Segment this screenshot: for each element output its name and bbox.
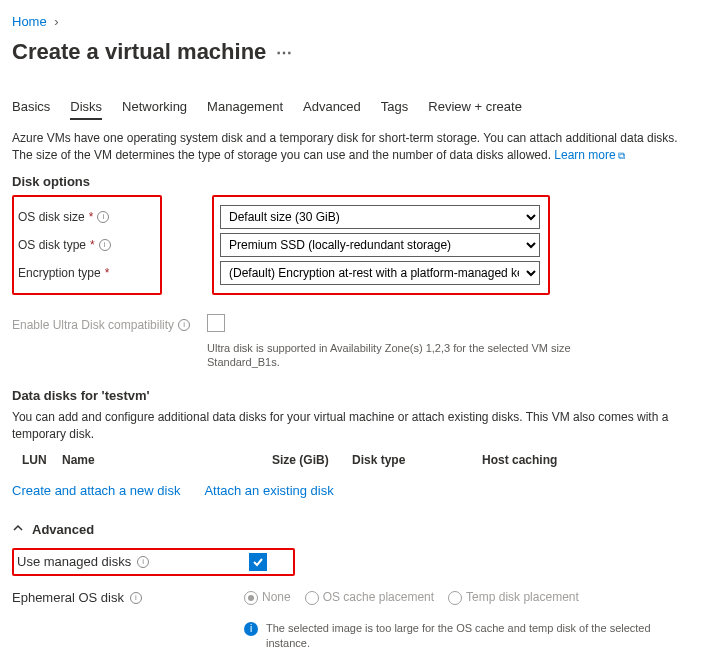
tab-advanced[interactable]: Advanced: [303, 95, 361, 120]
ultra-disk-hint: Ultra disk is supported in Availability …: [207, 341, 627, 371]
info-icon: i: [244, 622, 258, 636]
os-disk-size-select[interactable]: Default size (30 GiB): [220, 205, 540, 229]
use-managed-disks-label: Use managed disks: [17, 554, 131, 569]
tab-disks[interactable]: Disks: [70, 95, 102, 120]
radio-none[interactable]: None: [244, 590, 291, 605]
use-managed-disks-checkbox[interactable]: [249, 553, 267, 571]
data-disks-table-header: LUN Name Size (GiB) Disk type Host cachi…: [12, 447, 698, 473]
data-disks-heading: Data disks for 'testvm': [12, 388, 698, 403]
data-disks-desc: You can add and configure additional dat…: [12, 409, 698, 443]
learn-more-link[interactable]: Learn more⧉: [554, 148, 624, 162]
os-disk-type-label: OS disk type: [18, 238, 86, 252]
highlight-managed-disks: Use managed disks i: [12, 548, 295, 576]
info-icon[interactable]: i: [130, 592, 142, 604]
advanced-toggle[interactable]: Advanced: [12, 518, 698, 541]
tab-networking[interactable]: Networking: [122, 95, 187, 120]
chevron-up-icon: [12, 522, 24, 537]
required-asterisk: *: [105, 266, 110, 280]
ephemeral-radio-group: None OS cache placement Temp disk placem…: [244, 590, 579, 605]
disk-options-heading: Disk options: [12, 174, 698, 189]
create-disk-link[interactable]: Create and attach a new disk: [12, 483, 180, 498]
breadcrumb: Home ›: [12, 10, 698, 33]
external-link-icon: ⧉: [618, 150, 625, 161]
col-size: Size (GiB): [272, 453, 352, 467]
ephemeral-os-disk-label: Ephemeral OS disk: [12, 590, 124, 605]
tabs: Basics Disks Networking Management Advan…: [12, 95, 698, 120]
encryption-type-select[interactable]: (Default) Encryption at-rest with a plat…: [220, 261, 540, 285]
required-asterisk: *: [89, 210, 94, 224]
info-icon[interactable]: i: [97, 211, 109, 223]
col-lun: LUN: [12, 453, 62, 467]
ephemeral-hint: The selected image is too large for the …: [266, 621, 664, 651]
tab-management[interactable]: Management: [207, 95, 283, 120]
chevron-right-icon: ›: [54, 14, 58, 29]
info-icon[interactable]: i: [178, 319, 190, 331]
encryption-type-label: Encryption type: [18, 266, 101, 280]
intro-text: Azure VMs have one operating system disk…: [12, 130, 698, 164]
col-name: Name: [62, 453, 272, 467]
os-disk-type-select[interactable]: Premium SSD (locally-redundant storage): [220, 233, 540, 257]
highlight-inputs: Default size (30 GiB) Premium SSD (local…: [212, 195, 550, 295]
info-icon[interactable]: i: [137, 556, 149, 568]
tab-basics[interactable]: Basics: [12, 95, 50, 120]
attach-disk-link[interactable]: Attach an existing disk: [204, 483, 333, 498]
ultra-disk-checkbox[interactable]: [207, 314, 225, 332]
highlight-labels: OS disk size * i OS disk type * i Encryp…: [12, 195, 162, 295]
col-cache: Host caching: [482, 453, 698, 467]
tab-review[interactable]: Review + create: [428, 95, 522, 120]
col-type: Disk type: [352, 453, 482, 467]
required-asterisk: *: [90, 238, 95, 252]
ultra-disk-label: Enable Ultra Disk compatibility: [12, 318, 174, 332]
info-icon[interactable]: i: [99, 239, 111, 251]
os-disk-size-label: OS disk size: [18, 210, 85, 224]
radio-temp-disk[interactable]: Temp disk placement: [448, 590, 579, 605]
radio-os-cache[interactable]: OS cache placement: [305, 590, 434, 605]
tab-tags[interactable]: Tags: [381, 95, 408, 120]
page-title: Create a virtual machine ⋯: [12, 39, 698, 65]
breadcrumb-home-link[interactable]: Home: [12, 14, 47, 29]
more-actions-icon[interactable]: ⋯: [276, 43, 292, 62]
